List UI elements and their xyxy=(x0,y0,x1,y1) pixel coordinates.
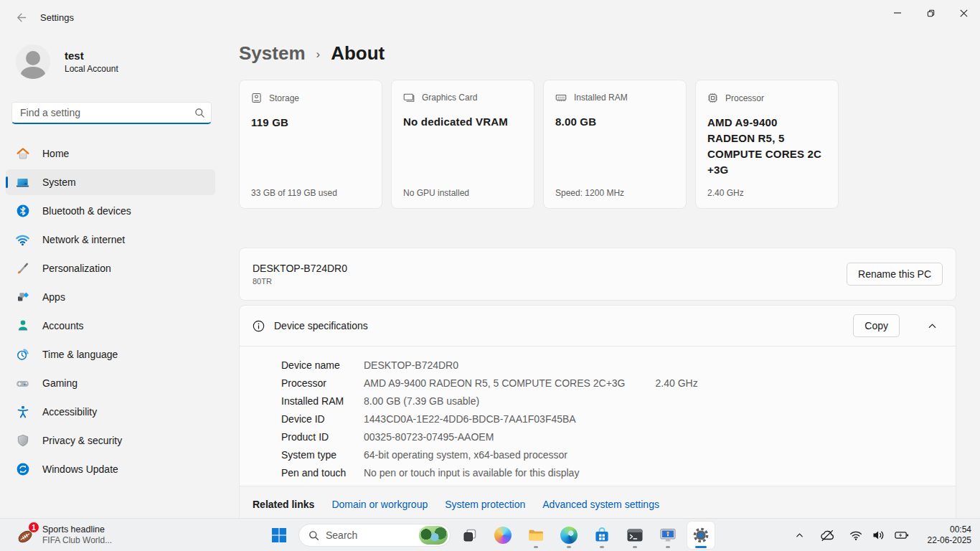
storage-card: Storage 119 GB 33 GB of 119 GB used xyxy=(239,80,382,209)
system-info-button[interactable] xyxy=(654,522,682,549)
personalization-icon xyxy=(15,261,30,276)
spec-row-device-name: Device name DESKTOP-B724DR0 xyxy=(281,356,956,374)
file-explorer-button[interactable] xyxy=(522,522,550,549)
task-view-button[interactable] xyxy=(456,522,484,549)
spec-row-system-type: System type 64-bit operating system, x64… xyxy=(281,446,956,463)
main-content: System › About Storage 119 GB 33 GB of 1… xyxy=(239,34,956,551)
link-system-protection[interactable]: System protection xyxy=(445,499,525,510)
close-icon xyxy=(959,9,969,18)
volume-icon xyxy=(872,529,885,541)
terminal-button[interactable] xyxy=(621,522,649,549)
breadcrumb-system[interactable]: System xyxy=(239,42,306,65)
account-block[interactable]: test Local Account xyxy=(16,44,118,79)
widget-subtitle: FIFA Club World... xyxy=(42,535,112,546)
widgets-button[interactable]: 1 Sports headline FIFA Club World... xyxy=(10,522,116,549)
sidebar-item-accounts[interactable]: Accounts xyxy=(6,313,215,339)
sidebar-nav: Home System Bluetooth & devices xyxy=(6,141,215,485)
rename-pc-button[interactable]: Rename this PC xyxy=(847,263,943,286)
privacy-shield-icon xyxy=(15,433,30,448)
system-info-icon xyxy=(659,527,677,544)
system-icon xyxy=(15,175,30,190)
sidebar-item-home[interactable]: Home xyxy=(6,141,215,166)
search-icon xyxy=(308,530,319,541)
device-specifications-header[interactable]: Device specifications Copy xyxy=(240,306,956,347)
settings-button[interactable] xyxy=(687,522,715,549)
sidebar-item-accessibility[interactable]: Accessibility xyxy=(6,399,215,425)
minimize-icon xyxy=(893,9,902,17)
volume-tray-button[interactable] xyxy=(867,524,890,547)
link-domain-workgroup[interactable]: Domain or workgroup xyxy=(331,499,428,510)
microsoft-store-button[interactable] xyxy=(588,522,616,549)
installed-ram-card: Installed RAM 8.00 GB Speed: 1200 MHz xyxy=(543,80,687,209)
sidebar-item-label: Accounts xyxy=(42,320,84,331)
sidebar-item-bluetooth-devices[interactable]: Bluetooth & devices xyxy=(6,198,215,224)
graphics-card-card: Graphics Card No dedicated VRAM No GPU i… xyxy=(391,80,534,209)
spec-row-device-id: Device ID 1443CD0A-1E22-4DD6-BDCB-7AA1F0… xyxy=(281,410,956,428)
active-indicator xyxy=(695,546,707,548)
sidebar-item-time-language[interactable]: Time & language xyxy=(6,342,215,367)
device-name: DESKTOP-B724DR0 xyxy=(253,263,347,274)
sidebar-item-label: Accessibility xyxy=(42,406,97,418)
accounts-icon xyxy=(15,319,30,334)
settings-gear-icon xyxy=(692,527,710,544)
sidebar-item-label: Windows Update xyxy=(42,463,118,475)
edge-button[interactable] xyxy=(555,522,583,549)
taskbar-search[interactable]: Search xyxy=(298,524,451,547)
sidebar-item-label: Gaming xyxy=(42,377,77,389)
sidebar-item-system[interactable]: System xyxy=(6,169,215,195)
account-type: Local Account xyxy=(65,64,118,74)
card-value: 8.00 GB xyxy=(555,114,674,130)
collapse-button[interactable] xyxy=(915,314,948,338)
sidebar-item-network-internet[interactable]: Network & internet xyxy=(6,227,215,253)
settings-search-box[interactable] xyxy=(11,102,212,124)
copilot-icon xyxy=(494,527,512,544)
wifi-tray-button[interactable] xyxy=(844,524,867,547)
restore-button[interactable] xyxy=(914,0,947,26)
specs-title: Device specifications xyxy=(274,320,368,331)
card-label: Graphics Card xyxy=(422,93,477,103)
widget-headline: Sports headline xyxy=(42,524,112,535)
related-links-label: Related links xyxy=(253,499,314,510)
copy-button[interactable]: Copy xyxy=(853,314,900,337)
back-button[interactable] xyxy=(9,5,33,29)
sidebar-item-gaming[interactable]: Gaming xyxy=(6,370,215,396)
spec-row-product-id: Product ID 00325-80723-07495-AAOEM xyxy=(281,428,956,446)
tray-chevron-button[interactable] xyxy=(790,524,809,547)
start-button[interactable] xyxy=(265,522,293,549)
sidebar-item-label: Network & internet xyxy=(42,234,125,245)
device-model: 80TR xyxy=(253,277,347,286)
settings-search-input[interactable] xyxy=(20,107,194,118)
graphics-card-icon xyxy=(403,93,415,103)
processor-card: Processor AMD A9-9400 RADEON R5, 5 COMPU… xyxy=(695,80,839,209)
tray-time: 00:54 xyxy=(918,524,971,535)
edge-icon xyxy=(560,527,578,544)
sidebar-item-apps[interactable]: Apps xyxy=(6,284,215,310)
sidebar-item-personalization[interactable]: Personalization xyxy=(6,255,215,281)
sidebar-item-privacy-security[interactable]: Privacy & security xyxy=(6,428,215,453)
card-footer: 2.40 GHz xyxy=(707,188,744,198)
sidebar-item-label: Time & language xyxy=(42,349,118,360)
sidebar-item-windows-update[interactable]: Windows Update xyxy=(6,456,215,482)
clock[interactable]: 00:54 22-06-2025 xyxy=(918,524,976,546)
ram-icon xyxy=(555,93,567,103)
copilot-button[interactable] xyxy=(489,522,517,549)
onedrive-paused-icon xyxy=(820,529,835,542)
terminal-icon xyxy=(626,527,644,544)
notification-badge: 1 xyxy=(28,522,39,533)
card-value: AMD A9-9400 RADEON R5, 5 COMPUTE CORES 2… xyxy=(707,115,826,178)
titlebar: Settings xyxy=(0,0,980,34)
minimize-button[interactable] xyxy=(881,0,914,26)
close-button[interactable] xyxy=(947,0,980,26)
running-indicator xyxy=(567,546,571,548)
file-explorer-icon xyxy=(527,527,545,544)
battery-tray-button[interactable] xyxy=(890,524,914,547)
summary-cards: Storage 119 GB 33 GB of 119 GB used Grap… xyxy=(239,80,839,209)
card-label: Processor xyxy=(725,93,764,103)
running-indicator xyxy=(666,546,670,548)
card-label: Storage xyxy=(269,93,299,103)
card-footer: Speed: 1200 MHz xyxy=(555,188,624,198)
info-icon xyxy=(253,320,265,332)
onedrive-tray-button[interactable] xyxy=(815,524,840,547)
link-advanced-system-settings[interactable]: Advanced system settings xyxy=(542,499,659,510)
breadcrumb: System › About xyxy=(239,42,385,65)
